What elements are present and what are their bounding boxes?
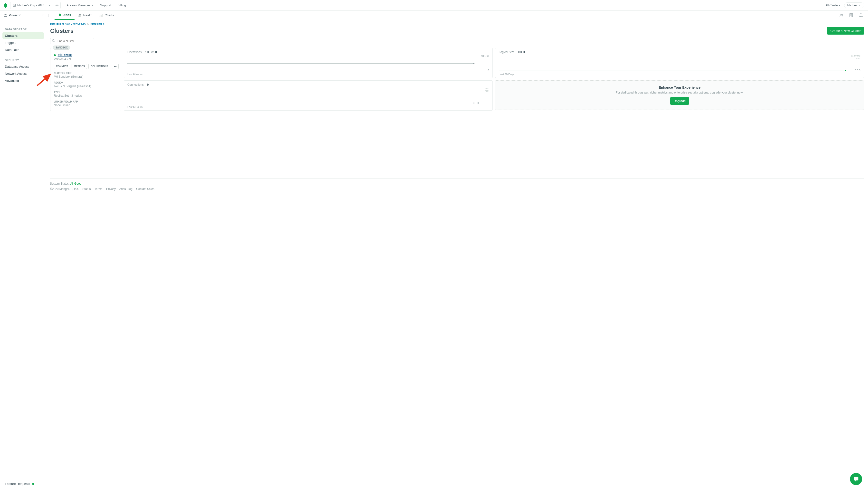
svg-point-5: [79, 16, 80, 17]
linked-label: LINKED REALM APP: [54, 100, 118, 103]
chart-connections[interactable]: Connections 0 500max 0 Last 6 Hours: [124, 80, 493, 111]
activity-icon[interactable]: [849, 13, 854, 18]
cluster-search: [50, 38, 94, 44]
chart-line: [127, 103, 474, 103]
status-dot-icon: [54, 54, 56, 56]
chart-dot-icon: [473, 102, 474, 103]
nav-support[interactable]: Support: [100, 3, 111, 7]
linked-value: None Linked: [54, 103, 118, 107]
sidebar-item-advanced[interactable]: Advanced: [2, 77, 44, 84]
collections-button[interactable]: COLLECTIONS: [88, 64, 110, 69]
bell-icon[interactable]: [859, 13, 863, 18]
atlas-icon: [58, 13, 62, 17]
promo-text: For dedicated throughput, richer metrics…: [500, 91, 859, 94]
type-value: Replica Set - 3 nodes: [54, 94, 118, 97]
tab-realm[interactable]: Realm: [74, 11, 96, 20]
page-title: Clusters: [50, 28, 73, 34]
footer: System Status: All Good ©2020 MongoDB, I…: [50, 178, 864, 194]
top-nav: Access Manager▼ Support Billing: [66, 3, 126, 7]
svg-point-6: [80, 16, 81, 17]
breadcrumb-project[interactable]: PROJECT 0: [90, 23, 104, 26]
sidebar-item-clusters[interactable]: Clusters: [2, 32, 44, 39]
invite-icon[interactable]: [839, 13, 844, 18]
svg-line-18: [54, 41, 55, 42]
org-settings-gear-icon[interactable]: [53, 2, 60, 9]
caret-down-icon: ▼: [49, 4, 51, 7]
realm-icon: [78, 13, 82, 17]
sidebar-item-triggers[interactable]: Triggers: [2, 39, 44, 46]
cluster-card: SANDBOX Cluster0 Version 4.2.9 CONNECT M…: [50, 48, 121, 111]
chart-dot-icon: [473, 63, 474, 64]
top-bar: Michael's Org - 2020… ▼ Access Manager▼ …: [0, 0, 868, 11]
project-selector[interactable]: Project 0 ▼: [4, 13, 44, 17]
footer-link[interactable]: Status: [83, 187, 91, 191]
tab-atlas[interactable]: Atlas: [55, 11, 74, 20]
tier-value: M0 Sandbox (General): [54, 75, 118, 79]
breadcrumb-org[interactable]: MICHAEL'S ORG - 2020-09-15: [50, 23, 86, 26]
svg-point-3: [57, 5, 58, 6]
type-label: TYPE: [54, 91, 118, 94]
sidebar-item-database-access[interactable]: Database Access: [2, 63, 44, 70]
metrics-button[interactable]: METRICS: [71, 64, 87, 69]
upgrade-promo: Enhance Your Experience For dedicated th…: [495, 80, 864, 110]
connect-button[interactable]: CONNECT: [54, 64, 70, 69]
caret-down-icon: ▼: [859, 4, 861, 7]
all-clusters-link[interactable]: All Clusters: [826, 4, 840, 7]
promo-title: Enhance Your Experience: [500, 86, 859, 89]
create-cluster-button[interactable]: Create a New Cluster: [827, 27, 864, 35]
tab-bar: Project 0 ▼ ⋮ Atlas Realm Charts: [0, 11, 868, 20]
breadcrumb: MICHAEL'S ORG - 2020-09-15 > PROJECT 0: [50, 23, 864, 26]
svg-point-17: [52, 40, 54, 41]
svg-point-10: [840, 14, 842, 16]
sidebar: DATA STORAGE Clusters Triggers Data Lake…: [0, 20, 46, 178]
sidebar-heading-data-storage: DATA STORAGE: [2, 27, 44, 32]
user-menu[interactable]: Michael ▼: [844, 2, 864, 8]
footer-link[interactable]: Contact Sales: [136, 187, 154, 191]
chart-line: [127, 63, 474, 64]
org-selector[interactable]: Michael's Org - 2020… ▼: [10, 2, 61, 9]
upgrade-button[interactable]: Upgrade: [670, 97, 689, 105]
chart-dot-icon: [845, 70, 846, 71]
sidebar-item-network-access[interactable]: Network Access: [2, 70, 44, 77]
cluster-name-link[interactable]: Cluster0: [58, 53, 72, 57]
svg-point-4: [79, 14, 81, 16]
footer-link[interactable]: Atlas Blog: [119, 187, 132, 191]
footer-link[interactable]: Terms: [94, 187, 102, 191]
svg-rect-7: [100, 16, 100, 17]
cluster-version: Version 4.2.9: [54, 58, 118, 61]
chart-line: [499, 70, 846, 70]
sidebar-heading-security: SECURITY: [2, 58, 44, 63]
sandbox-badge: SANDBOX: [53, 45, 70, 50]
folder-icon: [4, 13, 7, 17]
tier-label: CLUSTER TIER: [54, 72, 118, 74]
nav-access-manager[interactable]: Access Manager▼: [66, 3, 94, 7]
chart-logical-size[interactable]: Logical Size 0.0 B 512.0 MBmax 0.0 B Las…: [495, 48, 864, 78]
caret-down-icon: ▼: [92, 4, 94, 7]
search-input[interactable]: [50, 38, 94, 44]
content: MICHAEL'S ORG - 2020-09-15 > PROJECT 0 C…: [46, 20, 868, 178]
footer-link[interactable]: Privacy: [106, 187, 116, 191]
nav-billing[interactable]: Billing: [118, 3, 126, 7]
project-menu-icon[interactable]: ⋮: [46, 13, 50, 17]
org-name: Michael's Org - 2020…: [17, 4, 47, 7]
svg-rect-9: [102, 14, 102, 17]
charts-icon: [99, 13, 103, 17]
region-value: AWS / N. Virginia (us-east-1): [54, 85, 118, 88]
sidebar-item-data-lake[interactable]: Data Lake: [2, 46, 44, 53]
system-status[interactable]: All Good: [70, 182, 81, 185]
svg-rect-8: [101, 14, 101, 17]
more-button[interactable]: •••: [112, 64, 119, 69]
search-icon: [52, 39, 55, 42]
building-icon: [13, 4, 16, 7]
chart-operations[interactable]: Operations R: 0 W: 0 100.0/s 0 Last 6 Ho…: [124, 48, 493, 78]
region-label: REGION: [54, 81, 118, 84]
mongodb-leaf-icon: [4, 3, 7, 8]
tab-charts[interactable]: Charts: [96, 11, 117, 20]
caret-down-icon: ▼: [42, 14, 44, 17]
